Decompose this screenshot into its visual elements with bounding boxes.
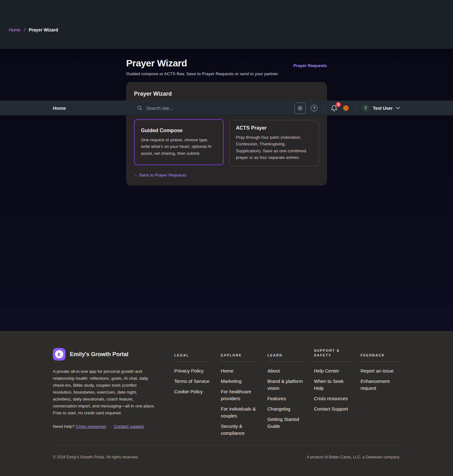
copyright-text: © 2026 Emily's Growth Portal. All rights…	[53, 455, 139, 459]
alert-icon[interactable]: ⚠	[343, 105, 349, 111]
footer-link[interactable]: Changelog	[267, 406, 305, 412]
brand-name: Emily's Growth Portal	[70, 351, 128, 358]
user-menu[interactable]: T Test User	[362, 104, 400, 112]
footer-column-heading: LEGAL	[174, 348, 211, 358]
footer-link[interactable]: Help Center	[314, 367, 351, 374]
divider	[267, 361, 305, 362]
breadcrumb: Home / Prayer Wizard	[9, 27, 58, 49]
avatar: T	[362, 104, 370, 112]
search-input[interactable]	[146, 105, 297, 111]
back-to-prayer-requests-link[interactable]: ← Back to Prayer Requests	[134, 173, 187, 177]
footer-link[interactable]: Cookie Policy	[174, 388, 211, 395]
divider	[314, 361, 351, 362]
footer-link[interactable]: Terms of Service	[174, 378, 211, 385]
site-nav-bar: Home ?	[0, 101, 453, 115]
page-title: Prayer Wizard	[126, 58, 279, 69]
footer-link[interactable]: When to Seek Help	[314, 378, 351, 392]
need-help-label: Need help?	[53, 424, 75, 429]
need-help-line: Need help? Crisis resources · Contact su…	[53, 424, 157, 429]
card-title: Prayer Wizard	[134, 91, 319, 97]
footer-link[interactable]: Security & compliance	[221, 423, 258, 437]
footer-link[interactable]: Brand & platform vision	[267, 378, 305, 392]
footer-link[interactable]: Features	[267, 395, 305, 402]
footer-column-learn: LEARN About Brand & platform vision Feat…	[267, 348, 305, 440]
footer-column-support-safety: SUPPORT & SAFETY Help Center When to See…	[314, 348, 351, 440]
footer-column-heading: SUPPORT & SAFETY	[314, 348, 351, 358]
footer-link[interactable]: Crisis resources	[314, 395, 351, 402]
footer-link[interactable]: For individuals & couples	[221, 406, 258, 419]
nav-home-link[interactable]: Home	[53, 105, 66, 111]
option-guided-compose[interactable]: Guided Compose One request or praise: ch…	[134, 119, 224, 165]
brand-description: A private all-in-one app for personal gr…	[53, 368, 157, 417]
footer-link[interactable]: About	[267, 367, 305, 374]
footer-link[interactable]: Marketing	[221, 378, 258, 385]
search-icon	[137, 105, 143, 111]
notification-badge: 9	[336, 102, 341, 107]
footer-column-heading: FEEDBACK	[361, 348, 398, 358]
footer-link[interactable]: Home	[221, 367, 258, 374]
footer-column-heading: LEARN	[267, 348, 305, 358]
page-subtitle: Guided compose or ACTS flow. Save to Pra…	[126, 71, 279, 76]
footer-link[interactable]: Privacy Policy	[174, 367, 211, 374]
divider	[221, 361, 258, 362]
brand-logo: E	[53, 348, 65, 361]
prayer-requests-link[interactable]: Prayer Requests	[293, 58, 327, 76]
footer-link[interactable]: For healthcare providers	[221, 388, 258, 402]
chevron-down-icon	[396, 107, 400, 109]
breadcrumb-current: Prayer Wizard	[29, 27, 58, 32]
contact-support-link[interactable]: Contact support	[114, 424, 144, 429]
footer-link[interactable]: Enhancement request	[361, 378, 398, 392]
footer-link[interactable]: Report an issue	[361, 367, 398, 374]
nav-divider	[355, 104, 355, 112]
option-title: Guided Compose	[141, 128, 217, 133]
site-footer: E Emily's Growth Portal A private all-in…	[0, 331, 453, 476]
crisis-resources-link[interactable]: Crisis resources	[76, 424, 106, 429]
wizard-options: Guided Compose One request or praise: ch…	[134, 119, 319, 166]
brand-logo-letter: E	[55, 350, 63, 358]
footer-column-feedback: FEEDBACK Report an issue Enhancement req…	[361, 348, 398, 440]
site-search[interactable]	[137, 105, 316, 111]
breadcrumb-separator: /	[24, 27, 25, 32]
footer-link[interactable]: Getting Started Guide	[267, 416, 305, 430]
prayer-wizard-card: Prayer Wizard Guided Compose One request…	[126, 82, 327, 185]
divider	[361, 361, 398, 362]
top-bar: Home / Prayer Wizard	[0, 0, 453, 49]
option-title: ACTS Prayer	[236, 125, 312, 131]
footer-column-heading: EXPLORE	[221, 348, 258, 358]
main-content: Prayer Wizard Guided compose or ACTS flo…	[0, 49, 453, 331]
company-text: A product of Better Cards, LLC, a Delawa…	[307, 455, 400, 459]
footer-link[interactable]: Contact Support	[314, 406, 351, 412]
breadcrumb-home-link[interactable]: Home	[9, 27, 20, 32]
option-description: Pray through four parts (Adoration, Conf…	[236, 134, 312, 161]
divider	[174, 361, 211, 362]
nav-divider	[324, 104, 324, 112]
footer-bottom-bar: © 2026 Emily's Growth Portal. All rights…	[53, 445, 400, 459]
page-header: Prayer Wizard Guided compose or ACTS flo…	[126, 49, 327, 76]
user-name: Test User	[373, 106, 393, 111]
notifications-button[interactable]: 9	[330, 104, 338, 112]
footer-column-explore: EXPLORE Home Marketing For healthcare pr…	[221, 348, 258, 440]
need-help-separator: ·	[109, 424, 111, 429]
option-acts-prayer[interactable]: ACTS Prayer Pray through four parts (Ado…	[229, 120, 319, 166]
option-description: One request or praise: choose type, writ…	[141, 137, 217, 157]
footer-column-legal: LEGAL Privacy Policy Terms of Service Co…	[174, 348, 211, 440]
